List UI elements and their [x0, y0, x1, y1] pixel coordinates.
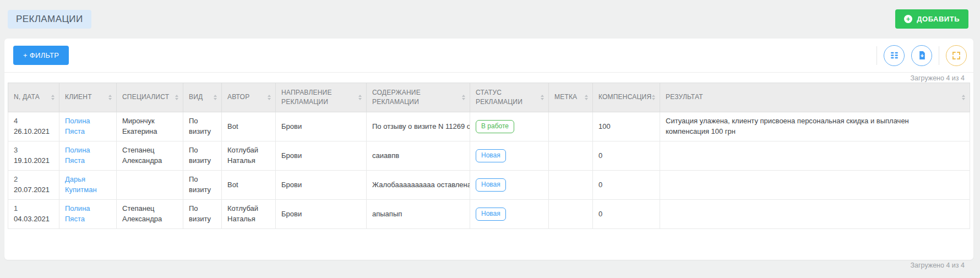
- client-link[interactable]: Полина Пяста: [65, 117, 90, 135]
- sort-icon: [652, 95, 655, 100]
- table-row[interactable]: 220.07.2021 Дарья Купитман По визиту Bot…: [8, 171, 970, 200]
- toolbar-actions: [876, 45, 967, 66]
- sort-icon: [462, 95, 465, 100]
- sort-icon: [175, 95, 178, 100]
- cell-direction: Брови: [276, 112, 367, 141]
- cell-content: По отзыву о визите N 11269 о...: [367, 112, 470, 141]
- sort-icon: [541, 95, 544, 100]
- column-header-num-date[interactable]: N, ДАТА: [8, 83, 59, 112]
- cell-status: В работе: [470, 112, 549, 141]
- client-link[interactable]: Полина Пяста: [65, 146, 90, 165]
- sort-icon: [51, 95, 55, 100]
- cell-status: Новая: [470, 171, 549, 200]
- cell-author: Котлубай Наталья: [222, 200, 276, 229]
- sort-icon: [214, 95, 217, 100]
- add-button[interactable]: + ДОБАВИТЬ: [895, 9, 968, 29]
- export-file-button[interactable]: [911, 45, 932, 66]
- column-header-tag[interactable]: МЕТКА: [549, 83, 593, 112]
- sort-icon: [962, 95, 965, 100]
- table-row[interactable]: 426.10.2021 Полина Пяста Мирончук Екатер…: [8, 112, 970, 141]
- cell-num-date: 319.10.2021: [8, 141, 59, 171]
- cell-client: Полина Пяста: [59, 112, 117, 141]
- cell-compensation: 0: [593, 141, 660, 171]
- cell-author: Bot: [222, 171, 276, 200]
- table-columns-button[interactable]: [884, 45, 905, 66]
- sort-icon: [585, 95, 588, 100]
- status-badge: В работе: [476, 120, 514, 133]
- cell-content: Жалобаааааааааа оставлена...: [367, 171, 470, 200]
- sort-icon: [108, 95, 112, 100]
- cell-specialist: Степанец Александра: [117, 200, 183, 229]
- cell-tag: [549, 112, 593, 141]
- column-header-direction[interactable]: НАПРАВЛЕНИЕ РЕКЛАМАЦИИ: [276, 83, 367, 112]
- column-header-result[interactable]: РЕЗУЛЬТАТ: [660, 83, 970, 112]
- column-header-status[interactable]: СТАТУС РЕКЛАМАЦИИ: [470, 83, 549, 112]
- table-header-row: N, ДАТА КЛИЕНТ СПЕЦИАЛИСТ ВИД АВТОР НАПР…: [8, 83, 970, 112]
- page-title: РЕКЛАМАЦИИ: [8, 10, 91, 29]
- table-row[interactable]: 319.10.2021 Полина Пяста Степанец Алекса…: [8, 141, 970, 171]
- cell-author: Bot: [222, 112, 276, 141]
- cell-type: По визиту: [183, 141, 222, 171]
- cell-specialist: [117, 171, 183, 200]
- cell-compensation: 0: [593, 171, 660, 200]
- fullscreen-button[interactable]: [946, 45, 967, 66]
- status-badge: Новая: [476, 208, 506, 221]
- toolbar: + ФИЛЬТР: [4, 39, 973, 73]
- cell-client: Полина Пяста: [59, 200, 117, 229]
- file-export-icon: [917, 51, 927, 60]
- cell-num-date: 220.07.2021: [8, 171, 59, 200]
- complaints-panel: + ФИЛЬТР: [4, 39, 973, 260]
- cell-author: Котлубай Наталья: [222, 141, 276, 171]
- cell-direction: Брови: [276, 141, 367, 171]
- cell-tag: [549, 200, 593, 229]
- toolbar-divider: [876, 46, 877, 65]
- cell-content: саиавпв: [367, 141, 470, 171]
- complaints-table: N, ДАТА КЛИЕНТ СПЕЦИАЛИСТ ВИД АВТОР НАПР…: [8, 83, 970, 229]
- client-link[interactable]: Полина Пяста: [65, 204, 90, 223]
- cell-tag: [549, 141, 593, 171]
- toolbar-divider: [939, 46, 939, 65]
- cell-compensation: 0: [593, 200, 660, 229]
- loaded-counter-top: Загружено 4 из 4: [4, 73, 973, 83]
- fullscreen-icon: [952, 51, 961, 60]
- cell-specialist: Мирончук Екатерина: [117, 112, 183, 141]
- cell-type: По визиту: [183, 200, 222, 229]
- loaded-counter-bottom: Загружено 4 из 4: [911, 261, 965, 269]
- cell-compensation: 100: [593, 112, 660, 141]
- cell-type: По визиту: [183, 112, 222, 141]
- cell-status: Новая: [470, 141, 549, 171]
- cell-result: Ситуация улажена, клиенту присвоена перс…: [660, 112, 970, 141]
- cell-type: По визиту: [183, 171, 222, 200]
- cell-tag: [549, 171, 593, 200]
- cell-specialist: Степанец Александра: [117, 141, 183, 171]
- cell-direction: Брови: [276, 171, 367, 200]
- cell-result: [660, 200, 970, 229]
- cell-status: Новая: [470, 200, 549, 229]
- status-badge: Новая: [476, 149, 506, 162]
- add-button-label: ДОБАВИТЬ: [917, 15, 960, 23]
- table-row[interactable]: 104.03.2021 Полина Пяста Степанец Алекса…: [8, 200, 970, 229]
- column-header-type[interactable]: ВИД: [183, 83, 222, 112]
- filter-button[interactable]: + ФИЛЬТР: [13, 46, 69, 65]
- cell-result: [660, 171, 970, 200]
- columns-icon: [890, 51, 899, 60]
- cell-content: апыапып: [367, 200, 470, 229]
- column-header-compensation[interactable]: КОМПЕНСАЦИЯ: [593, 83, 660, 112]
- cell-client: Полина Пяста: [59, 141, 117, 171]
- client-link[interactable]: Дарья Купитман: [65, 175, 97, 194]
- cell-result: [660, 141, 970, 171]
- status-badge: Новая: [476, 178, 506, 192]
- column-header-specialist[interactable]: СПЕЦИАЛИСТ: [117, 83, 183, 112]
- cell-direction: Брови: [276, 200, 367, 229]
- column-header-content[interactable]: СОДЕРЖАНИЕ РЕКЛАМАЦИИ: [367, 83, 470, 112]
- column-header-client[interactable]: КЛИЕНТ: [59, 83, 117, 112]
- sort-icon: [268, 95, 271, 100]
- column-header-author[interactable]: АВТОР: [222, 83, 276, 112]
- cell-client: Дарья Купитман: [59, 171, 117, 200]
- sort-icon: [358, 95, 362, 100]
- plus-icon: +: [904, 15, 912, 23]
- cell-num-date: 104.03.2021: [8, 200, 59, 229]
- cell-num-date: 426.10.2021: [8, 112, 59, 141]
